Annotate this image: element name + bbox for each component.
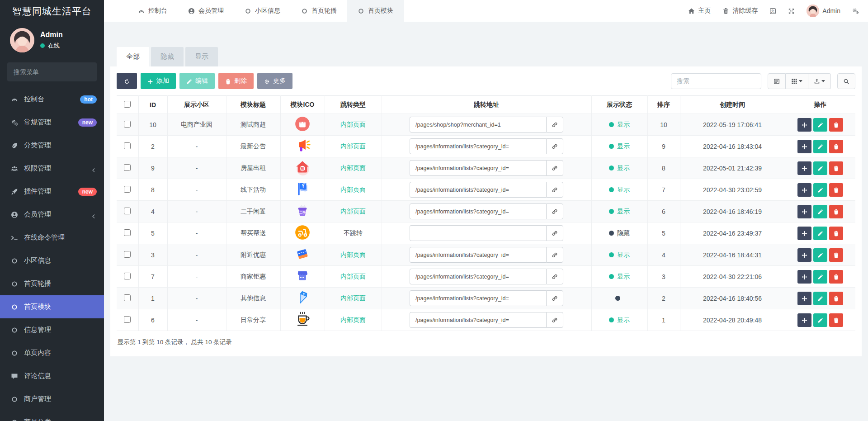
jump-url-input[interactable] [410, 182, 546, 198]
col-ico[interactable]: 模块ICO [280, 96, 325, 114]
open-link-button[interactable] [546, 269, 563, 284]
cell-jump-type[interactable]: 内部页面 [340, 251, 366, 258]
col-title[interactable]: 模块标题 [226, 96, 280, 114]
col-jump-url[interactable]: 跳转地址 [382, 96, 591, 114]
edit-row-button[interactable] [813, 161, 827, 175]
sidebar-item-6[interactable]: 会员管理 [0, 203, 104, 226]
delete-row-button[interactable] [829, 161, 843, 175]
open-link-button[interactable] [546, 138, 563, 154]
status-badge[interactable]: 隐藏 [609, 229, 630, 237]
drag-sort-button[interactable] [797, 227, 811, 240]
sidebar-item-10[interactable]: 首页模块 [0, 295, 104, 318]
row-checkbox[interactable] [124, 121, 131, 128]
delete-button[interactable]: 删除 [218, 73, 254, 89]
home-button[interactable]: 主页 [688, 7, 711, 15]
col-status[interactable]: 展示状态 [591, 96, 647, 114]
edit-row-button[interactable] [813, 227, 827, 240]
edit-button[interactable]: 编辑 [179, 73, 215, 89]
status-badge[interactable]: 显示 [609, 316, 630, 324]
status-badge[interactable]: 显示 [609, 186, 630, 194]
open-link-button[interactable] [546, 312, 563, 328]
row-checkbox[interactable] [124, 208, 131, 214]
status-badge[interactable] [615, 296, 623, 301]
delete-row-button[interactable] [829, 140, 843, 153]
filter-tab-3[interactable]: 显示 [185, 47, 218, 66]
drag-sort-button[interactable] [797, 292, 811, 305]
user-menu[interactable]: Admin [807, 5, 840, 17]
col-id[interactable]: ID [138, 96, 167, 114]
refresh-button[interactable] [117, 73, 137, 89]
more-button[interactable]: 更多 [257, 73, 292, 89]
filter-tab-2[interactable]: 隐藏 [151, 47, 184, 66]
drag-sort-button[interactable] [797, 161, 811, 175]
cell-jump-type[interactable]: 内部页面 [340, 164, 366, 171]
drag-sort-button[interactable] [797, 140, 811, 153]
detail-view-button[interactable] [768, 73, 786, 89]
open-link-button[interactable] [546, 182, 563, 198]
jump-url-input[interactable] [410, 203, 546, 219]
delete-row-button[interactable] [829, 248, 843, 262]
columns-button[interactable] [786, 73, 808, 89]
col-community[interactable]: 展示小区 [167, 96, 226, 114]
filter-tab-1[interactable]: 全部 [117, 47, 149, 66]
row-checkbox[interactable] [124, 294, 131, 301]
status-badge[interactable]: 显示 [609, 273, 630, 281]
sidebar-search-input[interactable] [14, 68, 95, 76]
row-checkbox[interactable] [124, 229, 131, 236]
status-badge[interactable]: 显示 [609, 142, 630, 151]
sidebar-item-11[interactable]: 信息管理 [0, 318, 104, 341]
drag-sort-button[interactable] [797, 205, 811, 218]
sidebar-item-1[interactable]: 控制台hot [0, 88, 104, 111]
row-checkbox[interactable] [124, 164, 131, 171]
sidebar-item-15[interactable]: 商品分类 [0, 411, 104, 421]
add-button[interactable]: 添加 [141, 73, 176, 89]
fullscreen-button[interactable] [788, 8, 795, 14]
edit-row-button[interactable] [813, 248, 827, 262]
status-badge[interactable]: 显示 [609, 164, 630, 172]
topbar-tab-1[interactable]: 控制台 [127, 0, 178, 22]
drag-sort-button[interactable] [797, 118, 811, 132]
topbar-tab-2[interactable]: 会员管理 [178, 0, 234, 22]
delete-row-button[interactable] [829, 183, 843, 197]
row-checkbox[interactable] [124, 316, 131, 323]
col-sort[interactable]: 排序 [647, 96, 680, 114]
cell-jump-type[interactable]: 内部页面 [340, 316, 366, 323]
cell-jump-type[interactable]: 内部页面 [340, 142, 366, 150]
cell-jump-type[interactable]: 内部页面 [340, 273, 366, 280]
row-checkbox[interactable] [124, 251, 131, 258]
sidebar-item-9[interactable]: 首页轮播 [0, 272, 104, 295]
col-jump-type[interactable]: 跳转类型 [325, 96, 382, 114]
delete-row-button[interactable] [829, 205, 843, 218]
language-button[interactable]: 文 [769, 8, 776, 14]
edit-row-button[interactable] [813, 183, 827, 197]
delete-row-button[interactable] [829, 313, 843, 327]
cell-jump-type[interactable]: 内部页面 [340, 186, 366, 193]
edit-row-button[interactable] [813, 313, 827, 327]
edit-row-button[interactable] [813, 140, 827, 153]
open-link-button[interactable] [546, 117, 563, 132]
col-created[interactable]: 创建时间 [680, 96, 785, 114]
table-search-input[interactable] [671, 73, 761, 89]
settings-button[interactable] [852, 8, 859, 14]
delete-row-button[interactable] [829, 227, 843, 240]
jump-url-input[interactable] [410, 225, 546, 241]
status-badge[interactable]: 显示 [609, 251, 630, 259]
clear-cache-button[interactable]: 清除缓存 [722, 7, 758, 15]
sidebar-item-5[interactable]: 插件管理new [0, 180, 104, 203]
cell-jump-type[interactable]: 内部页面 [340, 294, 366, 302]
search-toggle-button[interactable] [837, 73, 855, 89]
delete-row-button[interactable] [829, 270, 843, 284]
select-all-checkbox[interactable] [124, 101, 131, 108]
edit-row-button[interactable] [813, 270, 827, 284]
cell-jump-type[interactable]: 内部页面 [340, 121, 366, 128]
open-link-button[interactable] [546, 290, 563, 306]
drag-sort-button[interactable] [797, 313, 811, 327]
status-badge[interactable]: 显示 [609, 121, 630, 129]
delete-row-button[interactable] [829, 118, 843, 132]
sidebar-item-8[interactable]: 小区信息 [0, 249, 104, 272]
drag-sort-button[interactable] [797, 248, 811, 262]
sidebar-item-14[interactable]: 商户管理 [0, 388, 104, 411]
open-link-button[interactable] [546, 203, 563, 219]
drag-sort-button[interactable] [797, 183, 811, 197]
open-link-button[interactable] [546, 225, 563, 241]
